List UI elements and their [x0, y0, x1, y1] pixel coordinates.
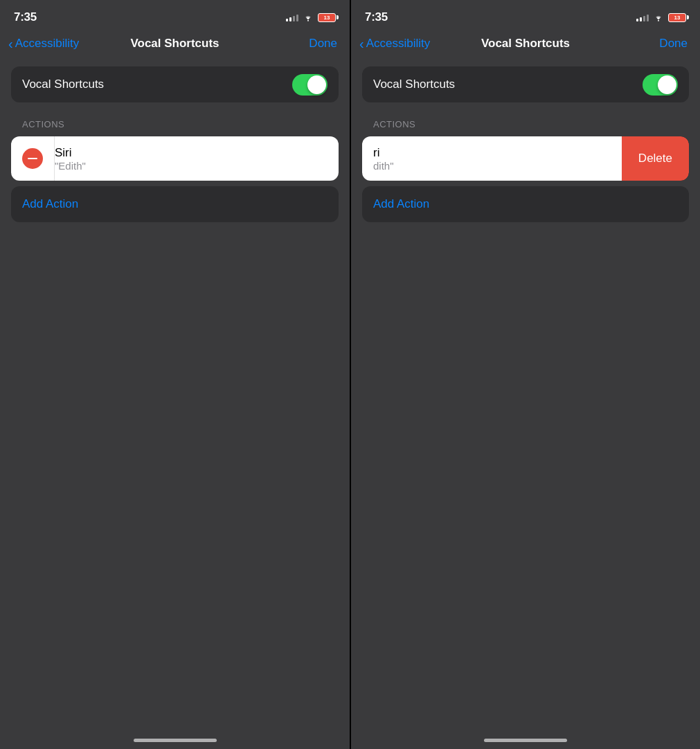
left-time: 7:35 — [14, 10, 37, 24]
right-action-swipe-row: ri dith" Delete — [362, 136, 689, 181]
svg-point-0 — [307, 20, 309, 21]
left-status-icons: 13 — [286, 13, 336, 22]
right-status-icons: 13 — [636, 13, 686, 22]
left-done-button[interactable]: Done — [309, 37, 337, 51]
right-battery-text: 13 — [674, 15, 681, 21]
right-add-action-section: Add Action — [362, 186, 689, 222]
right-action-title-partial: ri — [373, 146, 611, 160]
right-action-row-content[interactable]: ri dith" — [362, 136, 622, 181]
right-done-button[interactable]: Done — [659, 37, 688, 51]
right-add-action-label: Add Action — [373, 197, 429, 211]
svg-point-1 — [658, 20, 659, 21]
left-toggle-knob — [307, 75, 326, 94]
right-status-bar: 7:35 13 — [351, 0, 700, 30]
left-back-label: Accessibility — [15, 37, 80, 51]
left-toggle-section: Vocal Shortcuts — [11, 66, 339, 102]
right-chevron-left-icon: ‹ — [359, 37, 364, 51]
battery-text: 13 — [324, 15, 330, 21]
right-battery-icon: 13 — [668, 13, 686, 22]
right-toggle-switch[interactable] — [643, 74, 678, 96]
signal-icon — [286, 13, 298, 21]
left-action-subtitle: "Edith" — [55, 160, 327, 172]
left-vocal-shortcuts-toggle-row: Vocal Shortcuts — [22, 66, 327, 102]
left-status-bar: 7:35 13 — [0, 0, 350, 30]
right-home-indicator — [484, 739, 567, 742]
right-delete-button[interactable]: Delete — [622, 136, 689, 181]
wifi-icon — [303, 13, 314, 21]
left-add-action-section: Add Action — [11, 186, 339, 222]
left-phone-panel: 7:35 13 ‹ Accessibility Vocal Shortcuts — [0, 0, 350, 749]
right-time: 7:35 — [365, 10, 388, 24]
left-action-row-wrapper: Siri "Edith" — [11, 136, 339, 181]
left-actions-section: Siri "Edith" — [11, 136, 339, 181]
left-minus-button[interactable] — [22, 148, 43, 169]
right-toggle-label: Vocal Shortcuts — [373, 78, 455, 91]
left-content: Vocal Shortcuts ACTIONS Siri "Edith" — [0, 66, 350, 222]
battery-icon: 13 — [318, 13, 336, 22]
right-toggle-knob — [658, 75, 676, 94]
right-signal-icon — [636, 13, 649, 21]
left-nav-bar: ‹ Accessibility Vocal Shortcuts Done — [0, 30, 350, 61]
right-actions-section: ri dith" Delete — [362, 136, 689, 181]
right-nav-bar: ‹ Accessibility Vocal Shortcuts Done — [351, 30, 700, 61]
left-action-title: Siri — [55, 146, 327, 160]
right-phone-panel: 7:35 13 ‹ Accessibility Vocal Shortcuts — [350, 0, 700, 749]
right-toggle-section: Vocal Shortcuts — [362, 66, 689, 102]
right-back-button[interactable]: ‹ Accessibility — [359, 37, 430, 51]
left-action-row-content[interactable]: Siri "Edith" — [54, 136, 339, 181]
right-action-subtitle-partial: dith" — [373, 160, 611, 172]
left-add-action-label: Add Action — [22, 197, 78, 211]
right-content: Vocal Shortcuts ACTIONS ri dith" Delete — [351, 66, 700, 222]
left-back-button[interactable]: ‹ Accessibility — [8, 37, 79, 51]
right-back-label: Accessibility — [366, 37, 431, 51]
left-home-indicator — [134, 739, 217, 742]
left-toggle-label: Vocal Shortcuts — [22, 78, 104, 91]
right-add-action-row[interactable]: Add Action — [362, 186, 689, 222]
right-section-header: ACTIONS — [351, 108, 700, 134]
chevron-left-icon: ‹ — [8, 37, 13, 51]
left-swipe-revealed-block — [11, 136, 54, 181]
left-section-header: ACTIONS — [0, 108, 350, 134]
right-action-text-block: ri dith" — [373, 146, 611, 172]
left-toggle-switch[interactable] — [292, 74, 327, 96]
left-nav-title: Vocal Shortcuts — [130, 37, 219, 51]
left-add-action-row[interactable]: Add Action — [11, 186, 339, 222]
right-nav-title: Vocal Shortcuts — [481, 37, 570, 51]
right-vocal-shortcuts-toggle-row: Vocal Shortcuts — [373, 66, 678, 102]
right-wifi-icon — [653, 13, 664, 21]
